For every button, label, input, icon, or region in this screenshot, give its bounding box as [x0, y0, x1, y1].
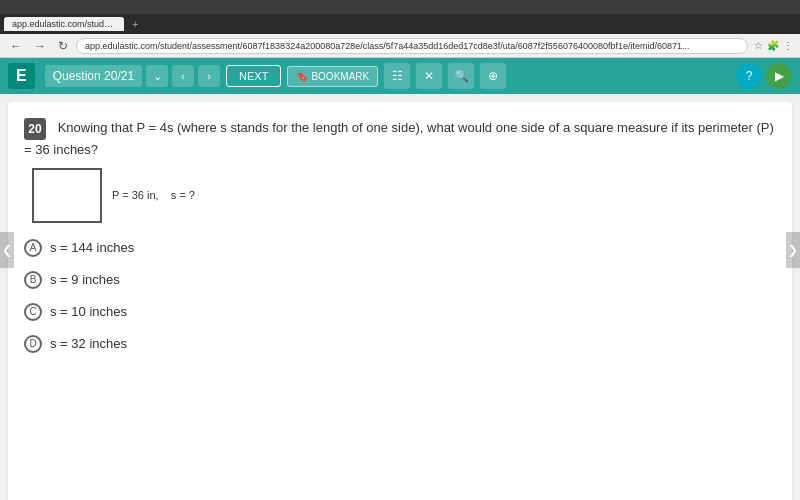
browser-bar: ← → ↻ app.edulastic.com/student/assessme…: [0, 34, 800, 58]
address-bar[interactable]: app.edulastic.com/student/assessment/608…: [76, 38, 748, 54]
question-prev[interactable]: ‹: [172, 65, 194, 87]
option-c[interactable]: C s = 10 inches: [24, 303, 776, 321]
question-nav: Question 20/21 ⌄ ‹ ›: [45, 65, 220, 87]
option-a[interactable]: A s = 144 inches: [24, 239, 776, 257]
info-button[interactable]: ?: [736, 63, 762, 89]
extensions-icon[interactable]: 🧩: [767, 40, 779, 52]
bookmark-button[interactable]: 🔖 BOOKMARK: [287, 66, 378, 87]
main-content: 20 Knowing that P = 4s (where s stands f…: [8, 102, 792, 500]
bookmark-icon: 🔖: [296, 71, 308, 82]
option-c-circle: C: [24, 303, 42, 321]
search-tool-btn[interactable]: 🔍: [448, 63, 474, 89]
app-header: E Question 20/21 ⌄ ‹ › NEXT 🔖 BOOKMARK ☷…: [0, 58, 800, 94]
question-nav-down[interactable]: ⌄: [146, 65, 168, 87]
option-d-circle: D: [24, 335, 42, 353]
option-d-text: s = 32 inches: [50, 336, 127, 351]
active-tab[interactable]: app.edulastic.com/student/assessment/608…: [4, 17, 124, 31]
refresh-btn[interactable]: ↻: [54, 37, 72, 55]
question-header: 20 Knowing that P = 4s (where s stands f…: [24, 118, 776, 160]
option-c-text: s = 10 inches: [50, 304, 127, 319]
back-btn[interactable]: ←: [6, 37, 26, 55]
calculator-tool-btn[interactable]: ⊕: [480, 63, 506, 89]
figure-caption: P = 36 in, s = ?: [112, 189, 195, 201]
option-b[interactable]: B s = 9 inches: [24, 271, 776, 289]
square-figure: [32, 168, 102, 223]
option-d[interactable]: D s = 32 inches: [24, 335, 776, 353]
question-number: 20: [24, 118, 46, 140]
header-right: ? ▶: [736, 63, 792, 89]
question-text: Knowing that P = 4s (where s stands for …: [24, 120, 774, 157]
next-question-btn[interactable]: ❯: [786, 232, 800, 268]
option-b-circle: B: [24, 271, 42, 289]
option-b-text: s = 9 inches: [50, 272, 120, 287]
figure-area: P = 36 in, s = ?: [32, 168, 776, 223]
new-tab-btn[interactable]: +: [132, 18, 138, 30]
prev-question-btn[interactable]: ❮: [0, 232, 14, 268]
menu-icon[interactable]: ⋮: [782, 40, 794, 52]
user-button[interactable]: ▶: [766, 63, 792, 89]
app-logo: E: [8, 63, 35, 89]
close-tool-btn[interactable]: ✕: [416, 63, 442, 89]
grid-tool-btn[interactable]: ☷: [384, 63, 410, 89]
forward-btn[interactable]: →: [30, 37, 50, 55]
browser-chrome: [0, 0, 800, 14]
browser-tabs: app.edulastic.com/student/assessment/608…: [0, 14, 800, 34]
question-next-arrow[interactable]: ›: [198, 65, 220, 87]
options-list: A s = 144 inches B s = 9 inches C s = 10…: [24, 239, 776, 353]
question-label: Question 20/21: [45, 65, 142, 87]
star-icon[interactable]: ☆: [752, 40, 764, 52]
next-button[interactable]: NEXT: [226, 65, 281, 87]
option-a-circle: A: [24, 239, 42, 257]
browser-actions: ☆ 🧩 ⋮: [752, 40, 794, 52]
option-a-text: s = 144 inches: [50, 240, 134, 255]
